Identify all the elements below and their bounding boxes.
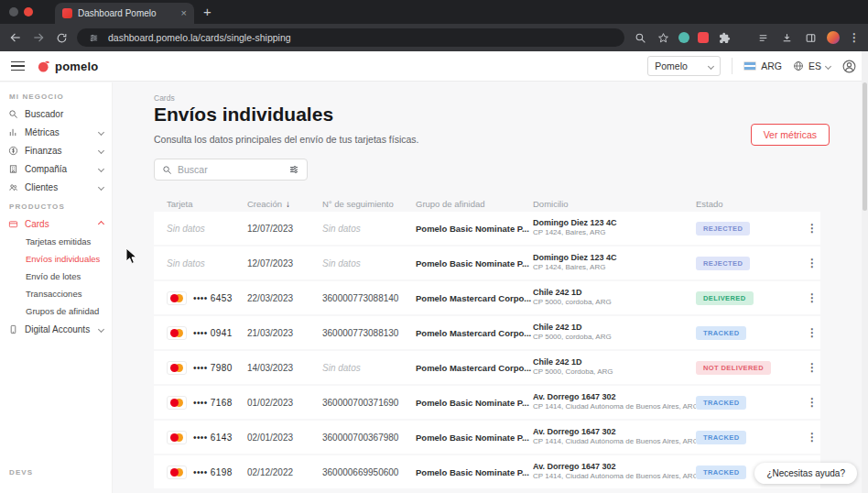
country-code: ARG (761, 60, 782, 71)
browser-profile-avatar[interactable] (827, 31, 840, 44)
site-info-icon[interactable] (86, 30, 101, 45)
row-menu-button[interactable]: ⋮ (805, 290, 819, 305)
sidebar-item-label: Cards (25, 219, 49, 229)
pomelo-logo: pomelo (38, 60, 98, 73)
sidebar-item-compania[interactable]: Compañía (0, 159, 112, 178)
sidebar-item-envio-de-lotes[interactable]: Envío de lotes (0, 268, 112, 285)
row-menu-button[interactable]: ⋮ (805, 256, 819, 270)
scrollbar-thumb[interactable] (863, 82, 867, 211)
column-header-grupo[interactable]: Grupo de afinidad (416, 199, 533, 209)
row-actions-cell: ⋮ (804, 360, 820, 375)
pomelo-logo-text: pomelo (55, 60, 98, 73)
row-actions-cell: ⋮ (804, 325, 820, 340)
organization-select[interactable]: Pomelo (647, 56, 721, 76)
status-cell: NOT DELIVERED (696, 361, 804, 375)
tracking-number: 360000773088140 (322, 293, 416, 303)
tracking-number: Sin datos (322, 224, 416, 234)
table-header: Tarjeta Creación ↓ N° de seguimiento Gru… (154, 195, 820, 212)
back-icon[interactable] (8, 30, 23, 45)
table-row: Sin datos12/07/2023Sin datosPomelo Basic… (154, 246, 820, 279)
address-line1: Domingo Diez 123 4C (533, 253, 696, 263)
scrollbar-track[interactable] (862, 51, 868, 493)
language-code: ES (808, 60, 821, 71)
refresh-icon[interactable] (54, 30, 69, 45)
extension-icon-teal[interactable] (678, 32, 689, 43)
row-menu-button[interactable]: ⋮ (805, 325, 819, 340)
address-cell: Chile 242 1DCP 5000, Cordoba, ARG (533, 357, 696, 378)
address-cell: Av. Dorrego 1647 302CP 1414, Ciudad Autó… (533, 392, 696, 412)
card-cell: Sin datos (167, 224, 247, 234)
pomelo-favicon (62, 8, 72, 18)
hamburger-menu-icon[interactable] (11, 61, 25, 71)
downloads-icon[interactable] (779, 30, 794, 45)
row-actions-cell: ⋮ (804, 290, 820, 305)
address-line1: Chile 242 1D (533, 288, 696, 298)
sidebar-item-envios-individuales[interactable]: Envíos individuales (0, 250, 112, 268)
language-selector[interactable]: ES (793, 60, 830, 71)
browser-menu-icon[interactable]: ⋮ (849, 31, 860, 44)
tab-close-icon[interactable]: × (181, 8, 187, 18)
extension-icon-pomelo[interactable] (698, 32, 709, 43)
column-header-creacion[interactable]: Creación ↓ (247, 199, 322, 209)
sidebar-item-clientes[interactable]: Clientes (0, 178, 112, 196)
sidebar-item-metricas[interactable]: Métricas (0, 123, 112, 141)
creation-date: 02/12/2022 (247, 467, 322, 477)
window-control-dot[interactable] (9, 7, 18, 16)
extensions-puzzle-icon[interactable] (717, 30, 732, 45)
status-badge: TRACKED (696, 466, 746, 479)
column-header-estado[interactable]: Estado (696, 199, 804, 209)
sidebar-item-cards[interactable]: Cards (0, 214, 112, 233)
column-header-seguimiento[interactable]: N° de seguimiento (322, 199, 416, 209)
country-selector[interactable]: ARG (743, 60, 782, 71)
row-menu-button[interactable]: ⋮ (805, 395, 819, 410)
browser-tab[interactable]: Dashboard Pomelo × (55, 3, 194, 24)
column-header-domicilio[interactable]: Domicilio (533, 199, 696, 209)
sidebar-item-tarjetas-emitidas[interactable]: Tarjetas emitidas (0, 233, 112, 250)
recording-dot[interactable] (24, 7, 33, 16)
view-metrics-button[interactable]: Ver métricas (751, 124, 830, 146)
address-line1: Chile 242 1D (533, 357, 696, 367)
help-button[interactable]: ¿Necesitas ayuda? (754, 463, 857, 484)
forward-icon[interactable] (31, 30, 46, 45)
row-actions-cell: ⋮ (804, 430, 820, 444)
column-header-tarjeta[interactable]: Tarjeta (167, 199, 247, 209)
sidebar-section-productos: PRODUCTOS (0, 196, 112, 214)
search-icon (162, 165, 172, 175)
filter-icon[interactable] (288, 164, 299, 175)
row-menu-button[interactable]: ⋮ (805, 430, 819, 444)
sidebar-item-transacciones[interactable]: Transacciones (0, 285, 112, 302)
address-cell: Domingo Diez 123 4CCP 1424, Baires, ARG (533, 218, 696, 238)
chevron-up-icon (98, 220, 104, 226)
bookmark-star-icon[interactable] (656, 30, 670, 45)
reading-list-icon[interactable] (755, 30, 770, 45)
url-bar[interactable]: dashboard.pomelo.la/cards/single-shippin… (77, 28, 624, 47)
sidebar-section-mi-negocio: MI NEGOCIO (0, 86, 112, 104)
row-actions-cell: ⋮ (804, 256, 820, 270)
chevron-down-icon (98, 325, 104, 332)
sidebar-item-digital-accounts[interactable]: Digital Accounts (0, 320, 112, 338)
status-badge: NOT DELIVERED (696, 361, 771, 375)
address-cell: Domingo Diez 123 4CCP 1424, Baires, ARG (533, 253, 696, 273)
chevron-down-icon (825, 62, 831, 69)
sidebar-item-buscador[interactable]: Buscador (0, 104, 112, 123)
creation-date: 02/01/2023 (247, 433, 322, 443)
zoom-icon[interactable] (633, 30, 647, 45)
sidebar-item-finanzas[interactable]: Finanzas (0, 141, 112, 159)
mastercard-red-circle (170, 399, 179, 407)
row-menu-button[interactable]: ⋮ (805, 360, 819, 375)
mastercard-icon (167, 431, 187, 444)
column-header-label: Creación (247, 199, 282, 209)
status-cell: REJECTED (696, 257, 804, 270)
sidebar-item-grupos-de-afinidad[interactable]: Grupos de afinidad (0, 302, 112, 320)
user-avatar-icon[interactable] (841, 59, 857, 74)
sort-desc-icon[interactable]: ↓ (286, 199, 290, 209)
browser-titlebar: Dashboard Pomelo × + (0, 0, 868, 24)
breadcrumb-cards: Cards (154, 93, 175, 103)
new-tab-button[interactable]: + (203, 4, 212, 20)
status-cell: DELIVERED (696, 291, 804, 305)
search-input[interactable] (178, 164, 283, 175)
side-panel-icon[interactable] (803, 30, 818, 45)
row-menu-button[interactable]: ⋮ (805, 221, 819, 236)
toolbar-right-icons: ⋮ (755, 30, 860, 45)
search-box[interactable] (154, 159, 308, 181)
